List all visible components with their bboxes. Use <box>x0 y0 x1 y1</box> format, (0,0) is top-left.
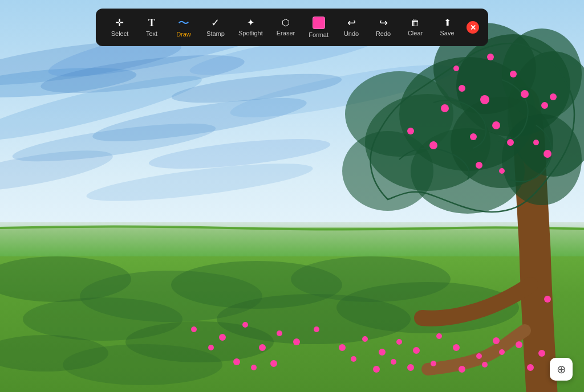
save-label: Save <box>440 30 454 36</box>
eraser-icon: ⬡ <box>282 18 290 27</box>
tool-select[interactable]: ✛ Select <box>105 14 135 40</box>
tool-stamp[interactable]: ✓ Stamp <box>201 14 230 40</box>
tool-clear[interactable]: 🗑 Clear <box>400 15 430 40</box>
toolbar: ✛ Select T Text 〜 Draw ✓ Stamp ✦ Spotlig… <box>96 9 488 46</box>
select-icon: ✛ <box>115 18 124 28</box>
horizon-area <box>0 222 584 256</box>
action-button-icon: ⊕ <box>557 362 566 376</box>
draw-icon: 〜 <box>178 17 189 28</box>
tool-format[interactable]: Format <box>303 13 334 42</box>
tool-text[interactable]: T Text <box>137 14 167 40</box>
tool-eraser[interactable]: ⬡ Eraser <box>271 15 301 40</box>
tool-spotlight[interactable]: ✦ Spotlight <box>233 15 269 40</box>
undo-icon: ↩ <box>347 18 356 28</box>
eraser-label: Eraser <box>277 30 295 36</box>
draw-label: Draw <box>176 31 191 38</box>
undo-label: Undo <box>344 30 359 37</box>
save-icon: ⬆ <box>444 18 451 27</box>
tool-undo[interactable]: ↩ Undo <box>336 14 366 40</box>
tool-save[interactable]: ⬆ Save <box>432 15 462 40</box>
text-icon: T <box>148 18 155 28</box>
spotlight-label: Spotlight <box>238 30 263 36</box>
tool-draw[interactable]: 〜 Draw <box>169 14 198 41</box>
spotlight-icon: ✦ <box>247 18 254 27</box>
clear-icon: 🗑 <box>411 18 420 27</box>
stamp-icon: ✓ <box>211 18 220 28</box>
format-label: Format <box>309 31 328 38</box>
clear-label: Clear <box>408 30 423 36</box>
canvas-area[interactable]: ✛ Select T Text 〜 Draw ✓ Stamp ✦ Spotlig… <box>0 0 584 392</box>
stamp-label: Stamp <box>206 30 225 37</box>
select-label: Select <box>111 30 129 37</box>
text-label: Text <box>146 30 157 37</box>
close-button[interactable]: ✕ <box>467 21 479 34</box>
format-color-swatch <box>313 17 325 29</box>
action-button[interactable]: ⊕ <box>550 358 573 381</box>
redo-icon: ↪ <box>379 18 388 28</box>
redo-label: Redo <box>376 30 391 37</box>
tool-redo[interactable]: ↪ Redo <box>368 14 398 40</box>
